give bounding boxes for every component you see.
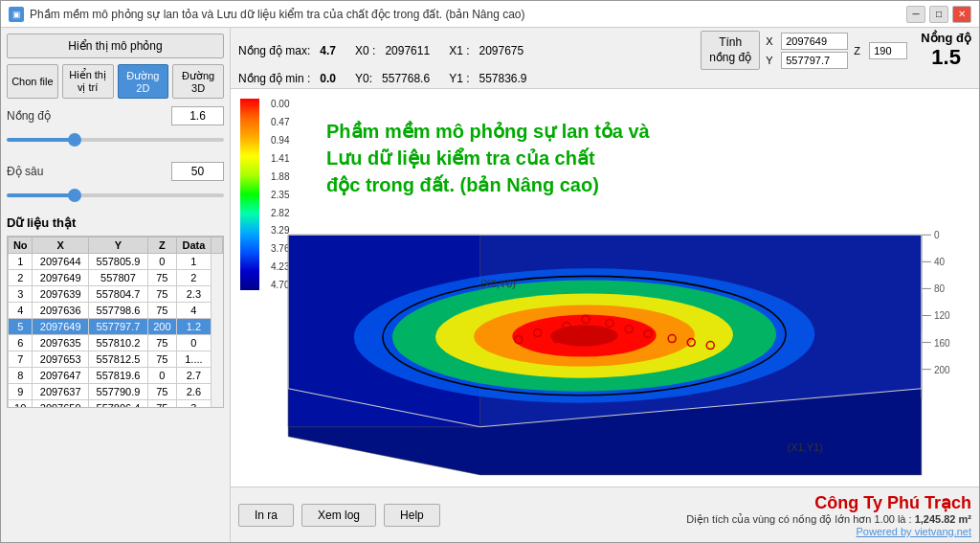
do-sau-slider[interactable] (7, 187, 224, 204)
x1-label: X1 : (449, 44, 469, 57)
app-icon: ▣ (9, 7, 24, 22)
table-header-row: No X Y Z Data (9, 238, 223, 254)
in-ra-button[interactable]: In ra (238, 504, 294, 527)
du-lieu-that-label: Dữ liệu thật (7, 215, 224, 230)
nong-do-result-label: Nồng độ (921, 31, 971, 45)
table-row[interactable]: 32097639557804.7752.3 (9, 286, 223, 303)
table-row[interactable]: 102097659557806.4753 (9, 400, 223, 409)
table-cell: 2097649 (33, 319, 88, 335)
nong-do-slider[interactable] (7, 131, 224, 148)
table-row[interactable]: 72097653557812.5751.... (9, 351, 223, 368)
minimize-button[interactable]: ─ (906, 6, 925, 23)
xyz-labels: X Y (766, 33, 848, 69)
nong-do-handle[interactable] (68, 133, 81, 147)
col-no: No (9, 238, 33, 254)
nong-do-result-group: Nồng độ 1.5 (921, 31, 971, 70)
x-label: X (766, 35, 777, 47)
table-cell: 200 (148, 319, 177, 335)
table-row[interactable]: 82097647557819.602.7 (9, 368, 223, 384)
visualization-area: 0.000.470.941.411.882.352.823.293.764.23… (231, 89, 979, 486)
hien-thi-vi-tri-button[interactable]: Hiển thị vị trí (62, 64, 114, 99)
nong-do-min-value: 0.0 (320, 72, 336, 85)
col-z: Z (148, 238, 177, 254)
nong-do-slider-container (7, 131, 224, 148)
svg-text:200: 200 (934, 365, 950, 375)
svg-text:160: 160 (934, 338, 950, 349)
table-cell: 8 (9, 368, 33, 384)
tinh-nong-do-button[interactable]: Tính nồng độ (701, 31, 760, 70)
table-cell: 75 (148, 384, 177, 400)
right-panel: Nồng độ max: 4.7 X0 : 2097611 X1 : 20976… (231, 28, 979, 542)
table-cell: 557790.9 (88, 384, 147, 400)
data-table: No X Y Z Data 12097644557805.90122097649… (8, 237, 223, 408)
table-cell: 2097659 (33, 400, 88, 409)
z-nongdo-group: Z (854, 42, 907, 59)
table-cell: 0 (148, 254, 177, 270)
table-row[interactable]: 92097637557790.9752.6 (9, 384, 223, 400)
main-window: ▣ Phầm mềm mô phỏng sự lan tỏa và Lưu dữ… (0, 0, 980, 543)
table-cell: 2097639 (33, 286, 88, 303)
x0-label: X0 : (355, 44, 375, 57)
do-sau-handle[interactable] (68, 189, 81, 202)
table-cell: 3 (9, 286, 33, 303)
table-cell: 75 (148, 335, 177, 351)
z-input[interactable] (869, 42, 907, 59)
y0-value: 557768.6 (382, 72, 430, 85)
table-cell: 557797.7 (88, 319, 147, 335)
table-cell: 75 (148, 286, 177, 303)
table-cell: 0 (176, 335, 211, 351)
data-table-container[interactable]: No X Y Z Data 12097644557805.90122097649… (7, 236, 224, 408)
duong-3d-button[interactable]: Đường 3D (172, 64, 224, 99)
nong-do-min-label: Nồng độ min : (238, 72, 310, 85)
table-row[interactable]: 12097644557805.901 (9, 254, 223, 270)
table-row[interactable]: 42097636557798.6754 (9, 303, 223, 319)
viz-svg: (X0,Y0) (X1,Y1) 0 40 (231, 89, 979, 486)
y1-label: Y1 : (449, 72, 469, 85)
table-cell: 557807 (88, 270, 147, 286)
table-row[interactable]: 52097649557797.72001.2 (9, 319, 223, 335)
table-cell: 557805.9 (88, 254, 147, 270)
nong-do-label: Nồng độ (7, 109, 51, 123)
table-cell: 10 (9, 400, 33, 409)
table-cell: 1.... (176, 351, 211, 368)
area-info: Diện tích của vùng có nồng độ lớn hơn 1.… (686, 513, 971, 526)
powered-by-link[interactable]: Powered by vietvang.net (686, 526, 971, 537)
x-input[interactable] (781, 33, 848, 50)
close-button[interactable]: ✕ (952, 6, 971, 23)
nong-do-row: Nồng độ 1.6 (7, 106, 224, 125)
top-row1: Nồng độ max: 4.7 X0 : 2097611 X1 : 20976… (238, 31, 971, 70)
table-cell: 75 (148, 270, 177, 286)
xy0-text: (X0,Y0) (480, 279, 516, 290)
table-row[interactable]: 62097635557810.2750 (9, 335, 223, 351)
z-row: Z (854, 42, 907, 59)
do-sau-label: Độ sâu (7, 165, 43, 178)
svg-text:0: 0 (934, 230, 940, 240)
table-row[interactable]: 22097649557807752 (9, 270, 223, 286)
table-cell: 0 (148, 368, 177, 384)
y-input[interactable] (781, 52, 848, 69)
table-cell: 2.3 (176, 286, 211, 303)
company-name: Công Ty Phú Trạch (686, 492, 971, 513)
y-row: Y (766, 52, 848, 69)
z-label: Z (854, 45, 865, 57)
tinh-nong-do-area: Tính nồng độ X Y (701, 31, 971, 70)
maximize-button[interactable]: □ (929, 6, 948, 23)
hien-thi-mo-phong-button[interactable]: Hiển thị mô phỏng (7, 34, 224, 58)
table-cell: 9 (9, 384, 33, 400)
title-bar: ▣ Phầm mềm mô phỏng sự lan tỏa và Lưu dữ… (1, 1, 979, 28)
window-controls: ─ □ ✕ (906, 6, 971, 23)
table-cell: 4 (9, 303, 33, 319)
y0-label: Y0: (355, 72, 372, 85)
xem-log-button[interactable]: Xem log (301, 504, 376, 527)
table-cell: 75 (148, 303, 177, 319)
xy1-text: (X1,Y1) (787, 441, 822, 453)
duong-2d-button[interactable]: Đường 2D (118, 64, 169, 99)
x0-value: 2097611 (385, 44, 430, 57)
table-cell: 557798.6 (88, 303, 147, 319)
svg-text:80: 80 (934, 284, 946, 295)
chon-file-button[interactable]: Chon file (7, 64, 58, 99)
table-cell: 3 (176, 400, 211, 409)
left-panel: Hiển thị mô phỏng Chon file Hiển thị vị … (1, 28, 231, 542)
help-button[interactable]: Help (384, 504, 440, 527)
area-text-label: Diện tích của vùng có nồng độ lớn hơn 1.… (686, 513, 911, 525)
